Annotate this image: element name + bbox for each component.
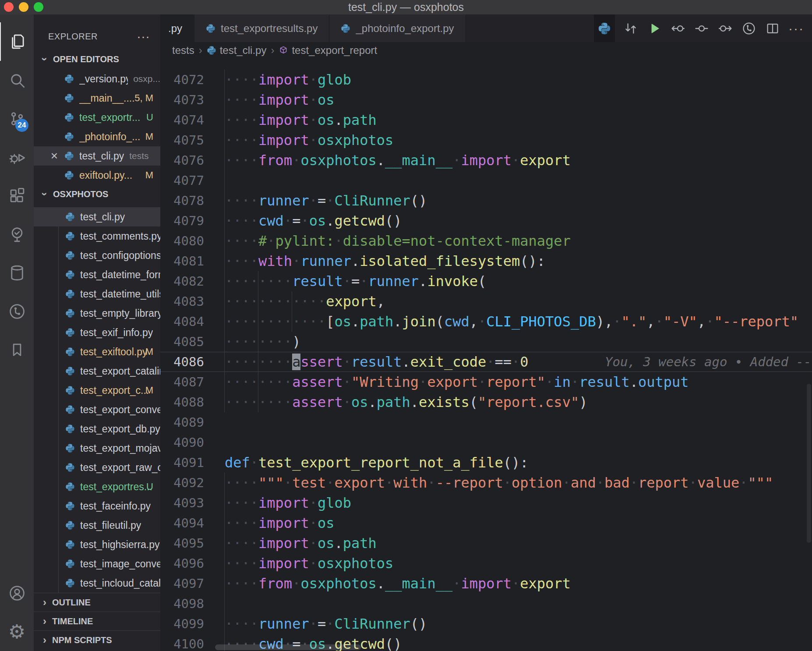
- code-line-4095[interactable]: 4095····import·os.path: [160, 533, 812, 553]
- breadcrumb-test_cli.py[interactable]: test_cli.py: [207, 44, 267, 57]
- tree-item-test_comments.py[interactable]: test_comments.py: [34, 226, 160, 246]
- explorer-title: EXPLORER: [48, 32, 137, 42]
- code-line-4096[interactable]: 4096····import·osxphotos: [160, 553, 812, 573]
- open-editor-test_exportr...[interactable]: test_exportr...U: [34, 108, 160, 127]
- run-python-file-icon[interactable]: [645, 19, 664, 38]
- tree-item-test_datetime_form...[interactable]: test_datetime_form...: [34, 265, 160, 284]
- code-line-4079[interactable]: 4079····cwd·=·os.getcwd(): [160, 211, 812, 231]
- tab-.py[interactable]: .py: [160, 14, 194, 42]
- tree-item-test_highsierra.py[interactable]: test_highsierra.py: [34, 535, 160, 554]
- tab-test_exportresults.py[interactable]: test_exportresults.py: [194, 14, 329, 42]
- open-editor-test_cli.py[interactable]: ×test_cli.pytests: [34, 146, 160, 166]
- activity-account-icon[interactable]: [0, 574, 34, 612]
- code-line-4093[interactable]: 4093····import·glob: [160, 493, 812, 513]
- code-line-4084[interactable]: 4084············[os.path.join(cwd,·CLI_P…: [160, 311, 812, 332]
- code-line-4088[interactable]: 4088········assert·os.path.exists("repor…: [160, 392, 812, 412]
- activity-source-control-icon[interactable]: 24: [0, 99, 34, 138]
- code-line-4085[interactable]: 4085········): [160, 332, 812, 352]
- line-text: ····import·os.path: [225, 533, 812, 553]
- tree-item-test_image_convert...[interactable]: test_image_convert...: [34, 554, 160, 573]
- code-line-4077[interactable]: 4077: [160, 170, 812, 191]
- code-line-4092[interactable]: 4092····"""·test·export·with·--report·op…: [160, 473, 812, 493]
- code-line-4094[interactable]: 4094····import·os: [160, 513, 812, 533]
- open-editor-exiftool.py...[interactable]: exiftool.py...M: [34, 166, 160, 185]
- tab-label: _photoinfo_export.py: [356, 22, 454, 35]
- activity-extensions-icon[interactable]: [0, 177, 34, 215]
- tree-item-test_export_raw_ca...[interactable]: test_export_raw_ca...: [34, 458, 160, 477]
- activity-settings-icon[interactable]: ⚙: [0, 612, 34, 651]
- breadcrumb-test_export_report[interactable]: test_export_report: [279, 44, 377, 57]
- vertical-scrollbar[interactable]: [807, 384, 811, 543]
- previous-change-icon[interactable]: [668, 19, 688, 38]
- breadcrumb-tests[interactable]: tests: [172, 44, 194, 57]
- code-line-4098[interactable]: 4098: [160, 594, 812, 614]
- close-icon[interactable]: ×: [49, 149, 60, 163]
- code-editor[interactable]: 4072····import·glob4073····import·os4074…: [160, 58, 812, 651]
- activity-explorer-icon[interactable]: [0, 22, 34, 61]
- code-line-4087[interactable]: 4087········assert·"Writing·export·repor…: [160, 372, 812, 392]
- line-text: ········assert·result.exit_code·==·0You,…: [225, 352, 812, 371]
- section-outline[interactable]: ›OUTLINE: [34, 593, 160, 612]
- split-editor-icon[interactable]: [763, 19, 782, 38]
- code-line-4083[interactable]: 4083············export,: [160, 291, 812, 311]
- tree-item-test_incloud_catali...[interactable]: test_incloud_catali...: [34, 573, 160, 593]
- tree-item-test_export_mojave...[interactable]: test_export_mojave...: [34, 439, 160, 458]
- chevron-down-icon: ›: [39, 189, 51, 199]
- tree-item-test_export_db.py[interactable]: test_export_db.py: [34, 419, 160, 439]
- compare-changes-icon[interactable]: [621, 19, 640, 38]
- code-line-4089[interactable]: 4089: [160, 412, 812, 432]
- code-line-4091[interactable]: 4091def·test_export_report_not_a_file():: [160, 453, 812, 473]
- section-open-editors[interactable]: › OPEN EDITORS: [34, 50, 160, 68]
- code-line-4097[interactable]: 4097····from·osxphotos.__main__·import·e…: [160, 573, 812, 594]
- tree-item-test_export_c...[interactable]: test_export_c...M: [34, 381, 160, 400]
- tree-item-test_empty_library_...[interactable]: test_empty_library_...: [34, 304, 160, 323]
- gitlens-icon[interactable]: [739, 19, 759, 38]
- activity-git-graph-icon[interactable]: [0, 292, 34, 331]
- open-editor-_version.py[interactable]: _version.pyosxp...: [34, 69, 160, 88]
- section-npm-scripts[interactable]: ›NPM SCRIPTS: [34, 630, 160, 649]
- python-interpreter-icon[interactable]: [594, 14, 615, 42]
- tree-item-test_exif_info.py[interactable]: test_exif_info.py: [34, 323, 160, 342]
- activity-database-icon[interactable]: [0, 254, 34, 292]
- code-line-4075[interactable]: 4075····import·osxphotos: [160, 130, 812, 150]
- close-window-button[interactable]: [4, 2, 14, 12]
- open-editor-__main__....[interactable]: __main__....5, M: [34, 88, 160, 108]
- code-line-4080[interactable]: 4080····#·pylint:·disable=not-context-ma…: [160, 231, 812, 251]
- code-line-4076[interactable]: 4076····from·osxphotos.__main__·import·e…: [160, 150, 812, 170]
- more-actions-icon[interactable]: ···: [787, 19, 806, 38]
- tree-item-test_configoptions....[interactable]: test_configoptions....: [34, 246, 160, 265]
- open-editor-_photoinfo_...[interactable]: _photoinfo_...M: [34, 127, 160, 146]
- code-line-4072[interactable]: 4072····import·glob: [160, 70, 812, 90]
- code-line-4086[interactable]: 4086········assert·result.exit_code·==·0…: [160, 352, 812, 372]
- code-line-4078[interactable]: 4078····runner·=·CliRunner(): [160, 191, 812, 211]
- tree-item-test_cli.py[interactable]: test_cli.py: [34, 207, 160, 226]
- tab-_photoinfo_export.py[interactable]: _photoinfo_export.py: [329, 14, 466, 42]
- tree-item-test_exportres...[interactable]: test_exportres...U: [34, 477, 160, 496]
- tree-item-test_export_conver...[interactable]: test_export_conver...: [34, 400, 160, 419]
- section-osxphotos[interactable]: › OSXPHOTOS: [34, 185, 160, 203]
- tree-item-test_export_catalin...[interactable]: test_export_catalin...: [34, 361, 160, 381]
- code-line-4090[interactable]: 4090: [160, 432, 812, 453]
- code-line-4073[interactable]: 4073····import·os: [160, 90, 812, 110]
- current-change-icon[interactable]: [692, 19, 711, 38]
- tree-item-test_faceinfo.py[interactable]: test_faceinfo.py: [34, 496, 160, 516]
- activity-search-icon[interactable]: [0, 61, 34, 99]
- code-line-4082[interactable]: 4082········result·=·runner.invoke(: [160, 271, 812, 291]
- code-line-4081[interactable]: 4081····with·runner.isolated_filesystem(…: [160, 251, 812, 271]
- activity-bookmarks-icon[interactable]: [0, 331, 34, 369]
- more-actions-icon[interactable]: ···: [137, 29, 150, 44]
- activity-run-and-debug-icon[interactable]: [0, 138, 34, 177]
- section-timeline[interactable]: ›TIMELINE: [34, 612, 160, 630]
- activity-testing-tree-icon[interactable]: [0, 215, 34, 254]
- next-change-icon[interactable]: [716, 19, 735, 38]
- minimize-window-button[interactable]: [19, 2, 28, 12]
- tree-item-test_exiftool.py[interactable]: test_exiftool.pyM: [34, 342, 160, 361]
- code-line-4074[interactable]: 4074····import·os.path: [160, 110, 812, 130]
- vscode-window: test_cli.py — osxphotos 24⚙ EXPLORER ···…: [0, 0, 812, 651]
- tree-item-test_datetime_utils....[interactable]: test_datetime_utils....: [34, 284, 160, 304]
- file-label: test_faceinfo.py: [80, 500, 151, 512]
- horizontal-scrollbar[interactable]: [215, 644, 361, 650]
- code-line-4099[interactable]: 4099····runner·=·CliRunner(): [160, 614, 812, 634]
- tree-item-test_fileutil.py[interactable]: test_fileutil.py: [34, 516, 160, 535]
- maximize-window-button[interactable]: [34, 2, 43, 12]
